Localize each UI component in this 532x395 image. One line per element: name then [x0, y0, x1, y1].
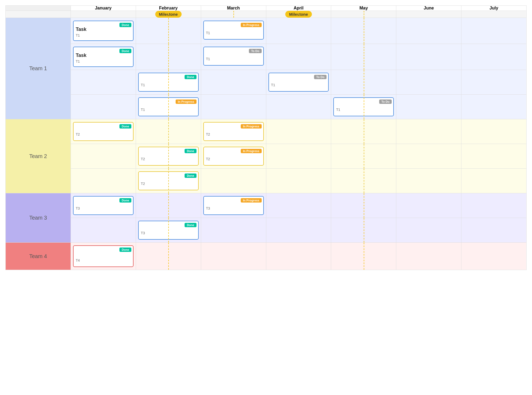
team1-row4: In Progress T1 To Do T1 [6, 95, 527, 119]
team2-mar-r1: In Progress T2 [201, 119, 266, 144]
may-dashed-t4 [364, 243, 364, 270]
team4-row1: Team 4 Done T4 [6, 243, 527, 270]
milestone-apr-cell: Milestone [266, 11, 331, 18]
team1-jun-r3 [396, 70, 461, 95]
task-t3-1[interactable]: Done T3 [73, 196, 134, 215]
team1-feb-r4: In Progress T1 [136, 95, 201, 119]
task-t2-1[interactable]: Done T2 [73, 122, 134, 141]
milestone-may [331, 11, 396, 18]
team2-may-r1 [331, 119, 396, 144]
status-done-t2-1: Done [119, 124, 131, 129]
status-done-t3-2: Done [185, 223, 197, 227]
team2-apr-r1 [266, 119, 331, 144]
col-march: March [201, 6, 266, 11]
team2-apr-r2 [266, 144, 331, 169]
feb-dashed-t3 [168, 193, 169, 218]
team2-may-r2 [331, 144, 396, 169]
team4-jun-r1 [396, 243, 461, 270]
team1-apr-r1 [266, 18, 331, 44]
team1-feb-r1 [136, 18, 201, 44]
team2-row2: Done T2 In Progress T2 [6, 144, 527, 169]
task-t1-8[interactable]: To Do T1 [333, 97, 394, 116]
team3-jun-r1 [396, 193, 461, 218]
team2-jan-r1: Done T2 [71, 119, 136, 144]
team3-feb-r2: Done T3 [136, 218, 201, 243]
feb-dashed-t4 [168, 243, 169, 270]
task-t3-3[interactable]: Done T3 [138, 221, 199, 240]
team3-jul-r2 [461, 218, 527, 243]
team1-may-r3 [331, 70, 396, 95]
task-id-t2-3: T2 [141, 157, 196, 161]
status-ip-2: In Progress [176, 99, 197, 104]
milestone-row: Milestone Milestone [6, 11, 527, 18]
team1-feb-r3: Done T1 [136, 70, 201, 95]
team3-mar-r1: In Progress T3 [201, 193, 266, 218]
may-dashed-t2-3 [364, 169, 364, 193]
gantt-chart: January February March April May June Ju… [0, 0, 532, 395]
milestone-jul [461, 11, 527, 18]
header-empty [6, 6, 71, 11]
task-id-8: T1 [336, 108, 391, 112]
team1-mar-r1: In Progress T1 [201, 18, 266, 44]
task-t2-3[interactable]: Done T2 [138, 147, 199, 166]
milestone-jan [71, 11, 136, 18]
team3-apr-r2 [266, 218, 331, 243]
team1-row1: Team 1 Done Task T1 In Progress T1 [6, 18, 527, 44]
feb-dashed-2 [168, 44, 169, 70]
status-done-t2-2: Done [185, 149, 197, 153]
col-july: July [461, 6, 527, 11]
task-t2-5[interactable]: Done T2 [138, 171, 199, 190]
task-t1-7[interactable]: In Progress T1 [138, 97, 199, 116]
task-t2-2[interactable]: In Progress T2 [203, 122, 264, 141]
task-id-2: T1 [206, 31, 261, 35]
may-dashed-2 [364, 44, 364, 70]
task-id-t4-1: T4 [76, 258, 131, 262]
team3-jan-r1: Done T3 [71, 193, 136, 218]
team1-jul-r4 [461, 95, 527, 119]
team3-row2: Done T3 [6, 218, 527, 243]
task-t1-1[interactable]: Done Task T1 [73, 21, 134, 41]
team4-feb-r1 [136, 243, 201, 270]
team1-jan-r3 [71, 70, 136, 95]
task-t3-2[interactable]: In Progress T3 [203, 196, 264, 215]
team3-jan-r2 [71, 218, 136, 243]
task-id-t3-2: T3 [206, 206, 261, 210]
task-t1-2[interactable]: In Progress T1 [203, 21, 264, 40]
task-t4-1[interactable]: Done T4 [73, 245, 134, 267]
team2-jul-r2 [461, 144, 527, 169]
team1-may-r4: To Do T1 [331, 95, 396, 119]
task-t1-6[interactable]: To Do T1 [268, 73, 329, 92]
status-todo-1: To Do [249, 49, 261, 53]
status-ip-t3-1: In Progress [241, 198, 262, 203]
team1-apr-r4 [266, 95, 331, 119]
task-t2-4[interactable]: In Progress T2 [203, 147, 264, 166]
team2-apr-r3 [266, 169, 331, 193]
team4-jul-r1 [461, 243, 527, 270]
team3-mar-r2 [201, 218, 266, 243]
milestone-1-line-ext [233, 11, 234, 18]
task-t1-4[interactable]: To Do T1 [203, 47, 264, 66]
task-t1-3[interactable]: Done Task T1 [73, 47, 134, 67]
task-t1-5[interactable]: Done T1 [138, 73, 199, 92]
milestone-1: Milestone [155, 11, 182, 18]
status-todo-3: To Do [379, 99, 392, 104]
team1-jul-r2 [461, 44, 527, 70]
task-id-7: T1 [141, 108, 196, 112]
team2-may-r3 [331, 169, 396, 193]
feb-dashed-t2 [168, 119, 169, 144]
milestone-2-line-ext [364, 11, 364, 18]
may-dashed-3 [364, 70, 364, 94]
team3-jul-r1 [461, 193, 527, 218]
task-id-t2-4: T2 [206, 157, 261, 161]
may-dashed-t2-2 [364, 144, 364, 168]
team1-jun-r4 [396, 95, 461, 119]
team1-label: Team 1 [6, 18, 71, 119]
task-id-5: T1 [141, 83, 196, 87]
team1-jun-r2 [396, 44, 461, 70]
task-id-t2-2: T2 [206, 132, 261, 136]
team1-may-r1 [331, 18, 396, 44]
team3-apr-r1 [266, 193, 331, 218]
milestone-2: Milestone [285, 11, 312, 18]
team1-mar-r2: To Do T1 [201, 44, 266, 70]
team2-jul-r3 [461, 169, 527, 193]
